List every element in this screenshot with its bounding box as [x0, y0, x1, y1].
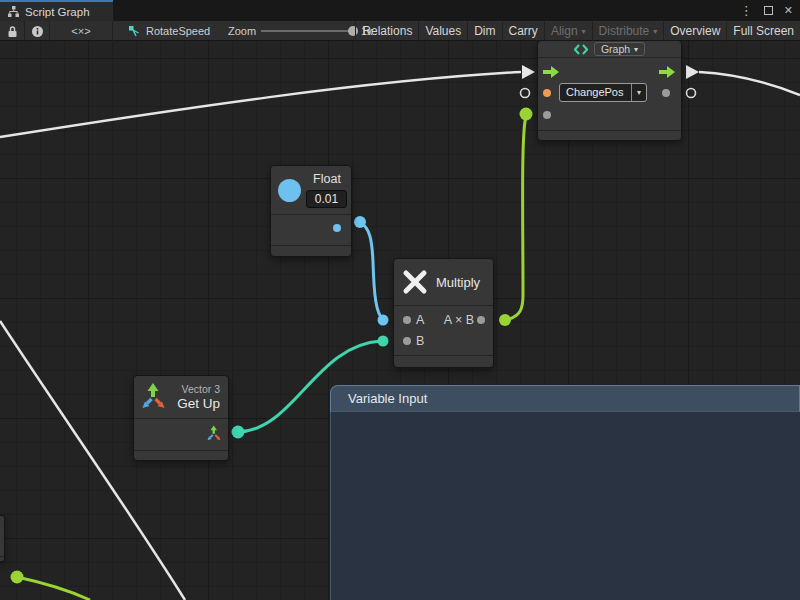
vector3-node-footer — [134, 450, 228, 460]
multiply-node-title: Multiply — [436, 275, 480, 290]
chevron-down-icon: ▾ — [582, 22, 586, 41]
title-bar: Script Graph ⋮ ✕ — [0, 0, 800, 21]
zoom-label: Zoom — [228, 21, 256, 41]
flow-output-port[interactable] — [658, 65, 676, 79]
vector3-get-up-node[interactable]: Vector 3 Get Up — [133, 375, 229, 461]
graph-unit-node[interactable]: Graph ▾ ChangePos ▾ — [537, 40, 682, 141]
variable-input-title: Variable Input — [348, 391, 427, 406]
align-button[interactable]: Align ▾ — [544, 21, 592, 41]
float-type-icon — [278, 179, 301, 202]
variable-input-panel: Variable Input — [330, 385, 800, 600]
graph-extra-input-port[interactable] — [543, 111, 551, 119]
multiply-node-footer — [394, 355, 493, 367]
code-view-label: <×> — [71, 25, 90, 37]
graph-node-header: Graph ▾ — [538, 41, 681, 58]
vector3-type-label: Vector 3 — [181, 383, 220, 395]
maximize-icon[interactable] — [764, 6, 773, 15]
zoom-slider[interactable] — [261, 30, 354, 32]
relations-button[interactable]: Relations — [355, 21, 418, 41]
distribute-button[interactable]: Distribute ▾ — [592, 21, 664, 41]
code-view-button[interactable]: <×> — [50, 21, 113, 41]
machine-icon — [128, 25, 141, 38]
info-icon — [31, 25, 44, 38]
carry-button[interactable]: Carry — [502, 21, 544, 41]
multiply-input-b-label: B — [416, 334, 424, 348]
vector3-icon — [140, 381, 167, 409]
float-node-title: Float — [306, 172, 348, 186]
variable-input-header[interactable]: Variable Input — [330, 385, 800, 412]
divider — [0, 556, 4, 557]
chevron-down-icon: ▾ — [653, 22, 657, 41]
changepos-input-port[interactable] — [543, 89, 551, 97]
chevron-down-icon: ▾ — [631, 84, 646, 101]
close-icon[interactable]: ✕ — [784, 0, 793, 21]
graph-title-dropdown[interactable]: Graph ▾ — [594, 42, 645, 56]
multiply-input-b-port[interactable] — [403, 337, 411, 345]
divider — [271, 245, 351, 246]
graph-title: Graph — [601, 43, 630, 55]
divider — [134, 418, 228, 419]
multiply-output-port[interactable] — [477, 316, 485, 324]
info-button[interactable] — [25, 21, 50, 41]
offscreen-node-edge[interactable] — [0, 515, 5, 562]
graph-reference-label: RotateSpeed — [146, 25, 210, 37]
graph-output-port[interactable] — [662, 89, 670, 97]
multiply-output-label: A × B — [444, 313, 474, 327]
toolbar-buttons: Relations Values Dim Carry Align ▾ Distr… — [355, 21, 800, 41]
divider — [271, 214, 351, 215]
float-output-port[interactable] — [333, 224, 341, 232]
window-menu-icon[interactable]: ⋮ — [740, 0, 753, 21]
full-screen-button[interactable]: Full Screen — [726, 21, 800, 41]
chevron-down-icon: ▾ — [634, 45, 638, 54]
tab-title: Script Graph — [25, 6, 90, 18]
window-controls: ⋮ ✕ — [740, 0, 793, 21]
graph-reference[interactable]: RotateSpeed — [128, 21, 210, 41]
tab-script-graph[interactable]: Script Graph — [0, 0, 113, 21]
overview-button[interactable]: Overview — [663, 21, 726, 41]
changepos-dropdown[interactable]: ChangePos ▾ — [559, 83, 647, 102]
multiply-node[interactable]: Multiply A A × B B — [393, 258, 494, 368]
lock-icon — [7, 25, 18, 38]
dim-button[interactable]: Dim — [467, 21, 501, 41]
graph-toolbar: <×> RotateSpeed Zoom 1x Relations Values… — [0, 21, 800, 41]
vector3-output-port[interactable] — [206, 424, 222, 441]
lock-button[interactable] — [0, 21, 25, 41]
multiply-input-a-label: A — [416, 313, 424, 327]
script-graph-icon — [7, 5, 20, 18]
multiply-input-a-port[interactable] — [403, 316, 411, 324]
flow-input-port[interactable] — [542, 65, 560, 79]
changepos-dropdown-value: ChangePos — [560, 84, 631, 101]
values-button[interactable]: Values — [418, 21, 467, 41]
multiply-node-header: Multiply — [394, 259, 493, 306]
graph-node-footer — [538, 130, 681, 140]
variable-input-body — [330, 412, 800, 600]
float-node[interactable]: Float 0.01 — [270, 165, 352, 257]
multiply-x-icon — [402, 269, 428, 295]
script-graph-teal-icon — [574, 44, 588, 55]
script-graph-window: Variable Input — [0, 0, 800, 600]
vector3-node-title: Get Up — [177, 396, 220, 411]
float-value-field[interactable]: 0.01 — [306, 190, 347, 208]
